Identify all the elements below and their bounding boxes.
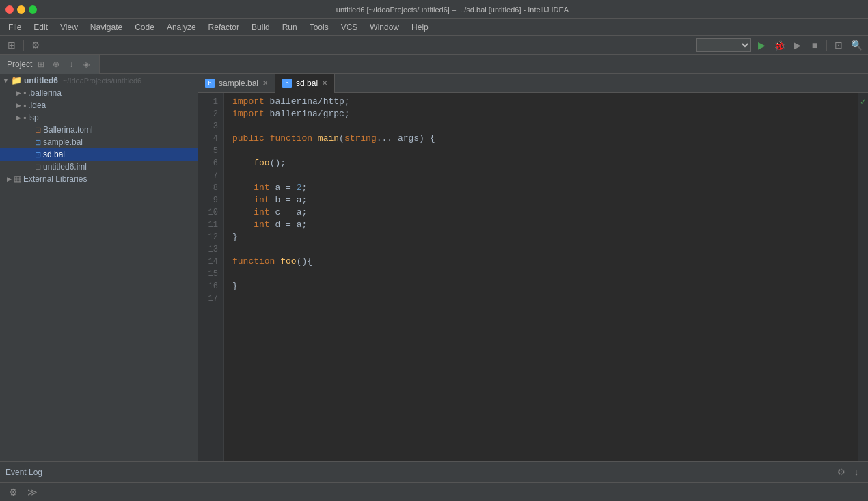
project-tab-icon4[interactable]: ◈ [80,58,92,70]
menu-view[interactable]: View [55,21,83,33]
ext-libs-icon: ▦ [14,174,21,184]
stop-button[interactable]: ■ [807,38,822,53]
code-editor[interactable]: 1234567891011121314151617 import balleri… [198,93,868,461]
tree-arrow-idea: ▶ [16,102,21,109]
menu-run[interactable]: Run [277,21,303,33]
toolbar-settings-icon[interactable]: ⚙ [28,38,43,53]
tab-icon-sd: b [282,79,292,88]
toolbar-project-icon[interactable]: ⊞ [4,38,19,53]
window-title: untitled6 [~/IdeaProjects/untitled6] – .… [42,5,863,14]
toolbar-right: ▶ 🐞 ▶ ■ ⊡ 🔍 [696,38,864,53]
tree-item-lsp[interactable]: ▶ ▪ lsp [0,111,198,124]
tab-label-sd: sd.bal [296,79,318,88]
tab-sample-bal[interactable]: b sample.bal ✕ [198,74,275,93]
run-config-dropdown[interactable] [696,38,751,52]
file-icon-toml: ⊡ [35,126,41,135]
menu-help[interactable]: Help [406,21,434,33]
tree-label-sd-bal: sd.bal [43,150,65,159]
editor-area: b sample.bal ✕ b sd.bal ✕ 12345678910111… [198,74,868,461]
toolbar-separator-1 [23,40,24,51]
gutter-check-icon: ✓ [860,96,866,108]
menu-navigate[interactable]: Navigate [85,21,128,33]
tree-item-toml[interactable]: ⊡ Ballerina.toml [0,124,198,136]
toolbar: ⊞ ⚙ ▶ 🐞 ▶ ■ ⊡ 🔍 [0,36,868,55]
title-bar: untitled6 [~/IdeaProjects/untitled6] – .… [0,0,868,19]
tree-label-idea: .idea [28,100,46,110]
menu-file[interactable]: File [3,21,27,33]
tab-close-sample[interactable]: ✕ [262,79,268,87]
tree-item-ballerina[interactable]: ▶ ▪ .ballerina [0,87,198,99]
project-sidebar: ▼ 📁 untitled6 ~/IdeaProjects/untitled6 ▶… [0,74,198,461]
search-everywhere-button[interactable]: 🔍 [849,38,864,53]
project-tab-bar: Project ⊞ ⊕ ↓ ◈ [0,55,868,74]
menu-tools[interactable]: Tools [304,21,334,33]
tree-arrow-root: ▼ [3,77,9,84]
bottom-expand-icon[interactable]: ≫ [25,485,40,500]
tree-label-iml: untitled6.iml [43,162,87,172]
tree-item-sample-bal[interactable]: ⊡ sample.bal [0,136,198,148]
run-button[interactable]: ▶ [754,38,769,53]
tab-icon-sample: b [205,79,215,88]
toolbar-separator-2 [826,40,827,51]
window-controls [5,5,37,14]
close-button[interactable] [5,5,14,14]
root-label: untitled6 [24,76,58,85]
coverage-button[interactable]: ▶ [789,38,804,53]
menu-edit[interactable]: Edit [28,21,53,33]
main-layout: ▼ 📁 untitled6 ~/IdeaProjects/untitled6 ▶… [0,74,868,461]
folder-icon-ballerina: ▪ [23,88,26,98]
right-gutter: ✓ [858,93,868,461]
project-tab-icon1[interactable]: ⊞ [35,58,47,70]
root-path: ~/IdeaProjects/untitled6 [63,77,141,85]
file-icon-sample-bal: ⊡ [35,138,41,147]
editor-tab-bar: b sample.bal ✕ b sd.bal ✕ [198,74,868,93]
code-content[interactable]: import ballerina/http;import ballerina/g… [224,93,858,461]
tree-item-iml[interactable]: ⊡ untitled6.iml [0,161,198,173]
project-tab-icon3[interactable]: ↓ [65,58,77,70]
folder-icon-root: 📁 [11,75,22,85]
project-tab-label: Project [7,59,32,69]
menu-code[interactable]: Code [129,21,160,33]
bottom-action-bar: ⚙ ≫ [0,482,868,501]
menu-analyze[interactable]: Analyze [161,21,202,33]
tree-arrow-ext: ▶ [7,176,12,182]
tree-arrow-ballerina: ▶ [16,90,21,96]
tree-label-ballerina: .ballerina [28,88,62,98]
tree-item-ext-libs[interactable]: ▶ ▦ External Libraries [0,173,198,185]
tree-arrow-lsp: ▶ [16,114,21,121]
file-icon-iml: ⊡ [35,163,41,172]
project-tab-icon2[interactable]: ⊕ [50,58,62,70]
folder-icon-idea: ▪ [23,100,26,110]
event-log-settings-icon[interactable]: ⚙ [835,466,847,478]
menu-bar: File Edit View Navigate Code Analyze Ref… [0,19,868,36]
menu-vcs[interactable]: VCS [336,21,364,33]
tree-item-idea[interactable]: ▶ ▪ .idea [0,99,198,111]
line-numbers: 1234567891011121314151617 [198,93,224,461]
event-log-icons: ⚙ ↓ [835,466,863,478]
expand-button[interactable]: ⊡ [831,38,846,53]
folder-icon-lsp: ▪ [23,113,26,122]
tree-item-sd-bal[interactable]: ⊡ sd.bal [0,148,198,161]
tree-label-toml: Ballerina.toml [43,125,93,135]
tree-label-ext-libs: External Libraries [23,174,87,184]
tab-label-sample: sample.bal [219,79,258,88]
event-log-bar: Event Log ⚙ ↓ [0,461,868,482]
maximize-button[interactable] [29,5,37,14]
minimize-button[interactable] [17,5,25,14]
menu-refactor[interactable]: Refactor [203,21,245,33]
menu-build[interactable]: Build [246,21,275,33]
tree-label-lsp: lsp [28,113,38,122]
file-icon-sd-bal: ⊡ [35,150,41,159]
project-tab[interactable]: Project ⊞ ⊕ ↓ ◈ [0,55,100,74]
tab-sd-bal[interactable]: b sd.bal ✕ [275,74,335,93]
menu-window[interactable]: Window [364,21,405,33]
tree-root[interactable]: ▼ 📁 untitled6 ~/IdeaProjects/untitled6 [0,74,198,87]
tab-close-sd[interactable]: ✕ [322,79,327,87]
event-log-title: Event Log [5,468,42,477]
bottom-settings-icon[interactable]: ⚙ [5,485,21,500]
event-log-download-icon[interactable]: ↓ [850,466,863,478]
tree-label-sample-bal: sample.bal [43,137,83,147]
debug-button[interactable]: 🐞 [772,38,787,53]
